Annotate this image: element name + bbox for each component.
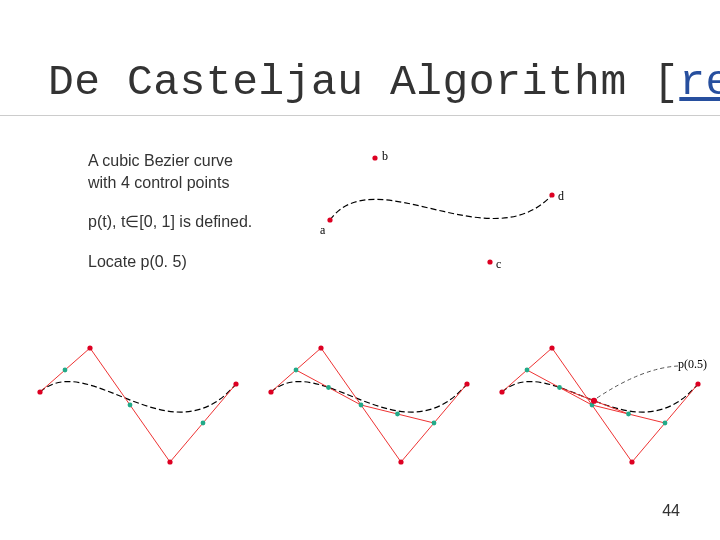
step2-mid2-2: [395, 412, 400, 417]
body-block-2: p(t), t∈[0, 1] is defined.: [88, 211, 252, 233]
step1-polygon: [40, 348, 236, 462]
step1-c: [167, 459, 172, 464]
body-block-1: A cubic Bezier curve with 4 control poin…: [88, 150, 252, 193]
step3-mid2-2: [626, 412, 631, 417]
step3-b: [549, 345, 554, 350]
title-divider: [0, 115, 720, 116]
figures-row: p(0.5): [30, 340, 710, 480]
figure-step-3: p(0.5): [492, 340, 710, 470]
body-line-4: Locate p(0. 5): [88, 251, 252, 273]
step2-b: [318, 345, 323, 350]
body-line-2: with 4 control points: [88, 172, 252, 194]
step2-curve: [271, 382, 467, 413]
body-line-1: A cubic Bezier curve: [88, 150, 252, 172]
figure-top: a b c d: [320, 150, 568, 270]
step2-mid-ab: [294, 368, 299, 373]
step3-mid2-1: [557, 385, 562, 390]
step2-c: [398, 459, 403, 464]
point-b-dot: [372, 155, 377, 160]
bracket-open: [: [653, 58, 679, 107]
step3-p05: [591, 398, 597, 404]
point-c-dot: [487, 259, 492, 264]
point-a-dot: [327, 217, 332, 222]
step3-svg: p(0.5): [492, 340, 710, 470]
step1-mid-cd: [201, 421, 206, 426]
step1-svg: [30, 340, 248, 470]
step3-polygon: [502, 348, 698, 462]
label-c: c: [496, 257, 501, 270]
step3-a: [499, 389, 504, 394]
slide-title: De Casteljau Algorithm [ref]: [48, 58, 720, 107]
step3-p05-label: p(0.5): [678, 357, 707, 371]
step2-svg: [261, 340, 479, 470]
step2-polygon: [271, 348, 467, 462]
step3-d: [695, 381, 700, 386]
step3-c: [629, 459, 634, 464]
figure-step-1: [30, 340, 248, 470]
step1-mid-bc: [128, 403, 133, 408]
body-block-3: Locate p(0. 5): [88, 251, 252, 273]
figure-step-2: [261, 340, 479, 470]
step3-mid-cd: [663, 421, 668, 426]
step1-a: [37, 389, 42, 394]
step2-a: [268, 389, 273, 394]
label-b: b: [382, 150, 388, 163]
step1-b: [87, 345, 92, 350]
step1-mid-ab: [63, 368, 68, 373]
step2-mid2-1: [326, 385, 331, 390]
label-d: d: [558, 189, 564, 203]
step3-curve: [502, 382, 698, 413]
title-prefix: De Casteljau Algorithm: [48, 58, 653, 107]
page-number: 44: [662, 502, 680, 520]
step1-d: [233, 381, 238, 386]
step3-leader: [597, 366, 678, 398]
body-line-3: p(t), t∈[0, 1] is defined.: [88, 211, 252, 233]
step3-level1: [527, 370, 665, 423]
point-d-dot: [549, 192, 554, 197]
step2-mid-cd: [432, 421, 437, 426]
step2-d: [464, 381, 469, 386]
step1-curve: [40, 382, 236, 413]
label-a: a: [320, 223, 326, 237]
step3-mid-ab: [525, 368, 530, 373]
ref-link[interactable]: ref: [679, 58, 720, 107]
step2-level1: [296, 370, 434, 423]
body-text: A cubic Bezier curve with 4 control poin…: [88, 150, 252, 290]
bezier-top-svg: a b c d: [320, 150, 568, 270]
bezier-curve: [330, 195, 552, 220]
step2-mid-bc: [359, 403, 364, 408]
